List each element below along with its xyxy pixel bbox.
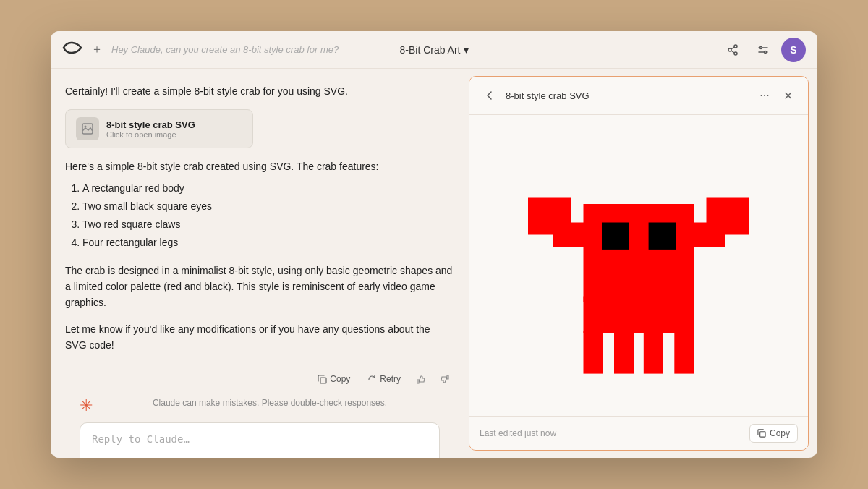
preview-close-button[interactable]: ✕ [778,85,798,106]
ellipsis-icon: ··· [760,89,769,102]
preview-footer: Last edited just now Copy [469,416,808,450]
share-button[interactable] [720,38,745,62]
preview-title: 8-bit style crab SVG [506,90,754,101]
main-content: Certainly! I'll create a simple 8-bit st… [51,69,817,458]
svg-line-3 [731,47,734,49]
preview-header: 8-bit style crab SVG ··· ✕ [469,77,808,115]
svg-rect-18 [649,223,676,250]
back-arrow-icon [485,90,495,101]
thumbs-up-icon [417,375,426,384]
svg-point-7 [760,46,762,48]
svg-rect-11 [320,378,326,383]
svg-point-10 [85,126,87,128]
disclaimer-text: Claude can make mistakes. Please double-… [100,395,440,408]
svg-rect-24 [760,432,765,437]
chat-bottom: ✳ Claude can make mistakes. Please doubl… [65,395,454,458]
like-button[interactable] [411,369,431,389]
artifact-info: 8-bit style crab SVG Click to open image [106,119,195,139]
description1: The crab is designed in a minimalist 8-b… [65,263,454,311]
claude-logo-row: ✳ Claude can make mistakes. Please doubl… [80,395,440,415]
svg-rect-19 [584,297,694,333]
preview-copy-label: Copy [770,428,790,438]
features-intro: Here's a simple 8-bit style crab created… [65,158,454,174]
reply-input[interactable] [80,423,439,458]
thumbs-down-icon [440,375,449,384]
app-window: ＋ Hey Claude, can you create an 8-bit st… [51,31,817,458]
share-icon [727,44,739,56]
chat-panel: Certainly! I'll create a simple 8-bit st… [51,69,469,458]
retry-button[interactable]: Retry [360,370,408,388]
svg-rect-22 [644,331,663,373]
svg-point-1 [728,48,731,51]
artifact-image-icon [76,117,99,140]
topbar-left: ＋ Hey Claude, can you create an 8-bit st… [62,41,339,59]
new-chat-button[interactable]: ＋ [88,41,106,59]
preview-copy-button[interactable]: Copy [749,424,798,443]
last-edited-text: Last edited just now [480,428,556,438]
list-item: Two small black square eyes [82,197,454,216]
opening-message: Certainly! I'll create a simple 8-bit st… [65,83,454,99]
retry-icon [367,375,377,384]
copy-icon-preview [757,429,766,438]
copy-icon [318,375,327,384]
close-icon: ✕ [783,89,793,103]
description2: Let me know if you'd like any modificati… [65,321,454,354]
svg-point-2 [734,52,737,55]
svg-rect-17 [602,223,629,250]
logo-area [62,41,82,59]
preview-content [469,115,808,416]
crab-svg-container [469,115,808,416]
svg-rect-16 [584,204,694,302]
crab-svg [516,135,762,396]
topbar-chevron-icon: ▾ [464,44,469,56]
dislike-button[interactable] [434,369,454,389]
artifact-subtitle: Click to open image [106,130,195,139]
list-item: Two red square claws [82,216,454,234]
features-list: A rectangular red body Two small black s… [82,179,454,252]
topbar-title-area[interactable]: 8-Bit Crab Art ▾ [399,44,468,56]
artifact-title: 8-bit style crab SVG [106,119,195,130]
list-item: A rectangular red body [82,179,454,197]
topbar: ＋ Hey Claude, can you create an 8-bit st… [51,31,817,69]
preview-back-button[interactable] [480,85,500,106]
claude-asterisk-icon: ✳ [80,396,93,415]
artifact-card[interactable]: 8-bit style crab SVG Click to open image [65,109,253,148]
preview-panel: 8-bit style crab SVG ··· ✕ [469,76,809,451]
settings-button[interactable] [751,38,775,62]
user-avatar[interactable]: S [781,38,806,62]
svg-rect-20 [584,331,603,373]
preview-more-button[interactable]: ··· [754,85,775,106]
topbar-title: 8-Bit Crab Art [399,44,460,56]
action-bar: Copy Retry [65,363,454,395]
svg-rect-23 [674,331,694,373]
svg-line-4 [731,51,734,53]
svg-point-0 [734,45,737,48]
topbar-right: S [720,38,806,62]
claude-logo-icon [62,41,82,59]
settings-icon [757,44,769,56]
svg-rect-21 [614,331,634,373]
reply-input-area: Claude 3.5 Sonnet ▾ [80,422,440,458]
copy-button[interactable]: Copy [310,370,357,388]
chat-preview-text: Hey Claude, can you create an 8-bit styl… [111,44,339,55]
list-item: Four rectangular legs [82,234,454,252]
svg-point-8 [765,51,767,53]
